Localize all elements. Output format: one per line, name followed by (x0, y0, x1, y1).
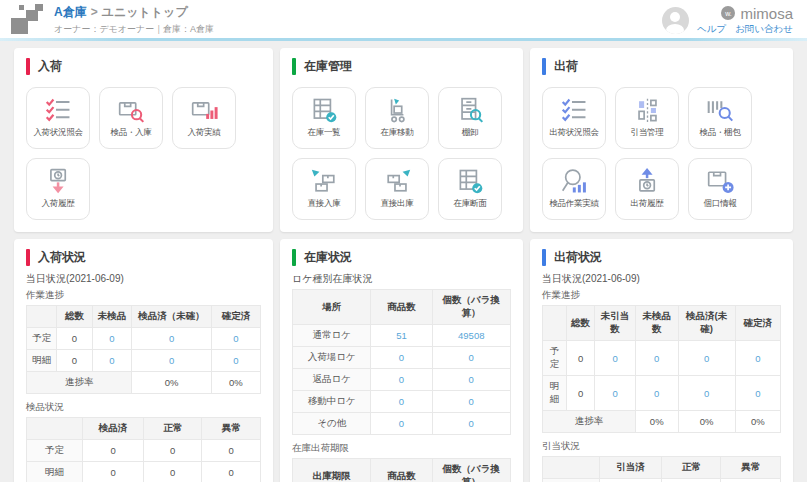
column-header (543, 306, 567, 341)
row-label: 予定 (543, 341, 567, 376)
card-title: 入荷状況 (38, 249, 86, 266)
menu-button-outbound-history[interactable]: 出荷履歴 (615, 158, 679, 220)
menu-button-inspection-work-results[interactable]: 検品作業実績 (542, 158, 606, 220)
menu-button-stocktake[interactable]: 棚卸 (438, 87, 502, 149)
outbound-menu-card: 出荷 出荷状況照会 引当管理 検品・梱包 (530, 48, 793, 232)
column-header: 総数 (57, 306, 92, 328)
menu-button-direct-receive[interactable]: 直接入庫 (292, 158, 356, 220)
column-header: 個数（バラ換算） (432, 290, 511, 325)
table-value-link[interactable]: 0 (635, 376, 678, 411)
table-cell: 0 (661, 479, 721, 482)
cart-icon (382, 97, 413, 124)
table-value-link[interactable]: 0 (371, 347, 432, 369)
row-label: 返品ロケ (293, 369, 371, 391)
table-value-link[interactable]: 0 (595, 376, 635, 411)
table-value-link[interactable]: 0 (432, 347, 511, 369)
table-value-link[interactable]: 0 (92, 328, 132, 350)
table-value-link[interactable]: 51 (371, 325, 432, 347)
user-name[interactable]: mimosa (740, 5, 793, 22)
menu-button-stock-list[interactable]: 在庫一覧 (292, 87, 356, 149)
table-value-link[interactable]: 0 (735, 376, 780, 411)
menu-button-parcel-info[interactable]: 個口情報 (688, 158, 752, 220)
menu-button-inbound-status-inquiry[interactable]: 入荷状況照会 (26, 87, 90, 149)
table-row: その他00 (293, 413, 511, 435)
menu-button-label: 直接出庫 (381, 198, 414, 210)
menu-button-label: 在庫移動 (381, 127, 414, 139)
work-progress-label: 作業進捗 (26, 289, 261, 302)
menu-button-inbound-results[interactable]: 入荷実績 (172, 87, 236, 149)
table-cell: 0 (83, 462, 144, 482)
column-header: 未引当数 (595, 306, 635, 341)
help-link[interactable]: ヘルプ (697, 23, 726, 36)
column-header: 商品数 (371, 290, 432, 325)
progress-rate-value: 0% (211, 372, 260, 394)
menu-button-stock-snapshot[interactable]: 在庫断面 (438, 158, 502, 220)
outbound-status-card: 出荷状況 当日状況(2021-06-09) 作業進捗 総数未引当数未検品数検品済… (530, 239, 793, 482)
table-value-link[interactable]: 0 (635, 341, 678, 376)
table-value-link[interactable]: 0 (678, 376, 735, 411)
table-check-icon (455, 168, 486, 195)
progress-rate-value: 0% (735, 411, 780, 433)
shelf-search-icon (455, 97, 486, 124)
menu-button-label: 入荷履歴 (42, 198, 75, 210)
accent-bar (292, 58, 296, 75)
menu-button-inspect-receive[interactable]: 検品・入庫 (99, 87, 163, 149)
allocation-status-label: 引当状況 (542, 440, 781, 453)
table-row: 移動中ロケ00 (293, 391, 511, 413)
box-chart-icon (189, 97, 220, 124)
column-header: 異常 (202, 418, 261, 440)
table-value-link[interactable]: 0 (371, 369, 432, 391)
menu-button-direct-ship[interactable]: 直接出庫 (365, 158, 429, 220)
progress-rate-value: 0% (678, 411, 735, 433)
table-value-link[interactable]: 0 (132, 328, 212, 350)
table-value-link[interactable]: 0 (432, 413, 511, 435)
menu-button-inbound-history[interactable]: 入荷履歴 (26, 158, 90, 220)
breadcrumb-warehouse[interactable]: A倉庫 (54, 5, 87, 19)
outbound-progress-table: 総数未引当数未検品数検品済(未確)確定済予定00000明細00000進捗率0%0… (542, 305, 781, 433)
table-value-link[interactable]: 0 (432, 391, 511, 413)
table-value-link[interactable]: 0 (371, 413, 432, 435)
table-value-link[interactable]: 0 (132, 350, 212, 372)
table-value-link[interactable]: 0 (371, 391, 432, 413)
table-value-link[interactable]: 0 (678, 341, 735, 376)
table-cell: 0 (566, 341, 595, 376)
inbound-status-card: 入荷状況 当日状況(2021-06-09) 作業進捗 総数未検品検品済（未確）確… (14, 239, 273, 482)
column-header (27, 306, 57, 328)
menu-button-outbound-status-inquiry[interactable]: 出荷状況照会 (542, 87, 606, 149)
row-label: 予定 (27, 328, 57, 350)
contact-link[interactable]: お問い合わせ (735, 23, 793, 36)
outbound-allocation-table: 引当済正常異常予定000明細000 (542, 456, 781, 482)
table-value-link[interactable]: 0 (211, 328, 260, 350)
column-header: 確定済 (211, 306, 260, 328)
column-header: 異常 (721, 457, 781, 479)
column-header: 正常 (661, 457, 721, 479)
column-header: 検品済(未確) (678, 306, 735, 341)
table-value-link[interactable]: 49508 (432, 325, 511, 347)
table-row: 予定0000 (27, 328, 261, 350)
accent-bar (542, 58, 546, 75)
table-value-link[interactable]: 0 (432, 369, 511, 391)
table-value-link[interactable]: 0 (211, 350, 260, 372)
menu-button-label: 個口情報 (704, 198, 737, 210)
column-header: 引当済 (600, 457, 662, 479)
menu-button-stock-move[interactable]: 在庫移動 (365, 87, 429, 149)
stock-by-location-table: 場所商品数個数（バラ換算）通常ロケ5149508入荷場ロケ00返品ロケ00移動中… (292, 289, 511, 435)
table-value-link[interactable]: 0 (595, 341, 635, 376)
menu-button-label: 在庫一覧 (308, 127, 341, 139)
row-label: 明細 (27, 350, 57, 372)
table-value-link[interactable]: 0 (92, 350, 132, 372)
accent-bar (292, 249, 296, 266)
accent-bar (26, 58, 30, 75)
menu-button-label: 検品作業実績 (549, 198, 598, 210)
box-clock-up-icon (632, 168, 663, 195)
table-value-link[interactable]: 0 (735, 341, 780, 376)
table-row: 明細00000 (543, 376, 781, 411)
app-logo-icon[interactable] (8, 3, 46, 37)
breadcrumb: A倉庫>ユニットトップ オーナー：デモオーナー｜倉庫：A倉庫 (54, 4, 214, 36)
inbound-menu-card: 入荷 入荷状況照会 検品・入庫 入荷実績 (14, 48, 273, 232)
table-cell: 0 (83, 440, 144, 462)
column-header: 個数（バラ換算） (432, 459, 511, 482)
menu-button-inspect-pack[interactable]: 検品・梱包 (688, 87, 752, 149)
menu-button-allocation-management[interactable]: 引当管理 (615, 87, 679, 149)
user-avatar[interactable] (662, 7, 689, 34)
